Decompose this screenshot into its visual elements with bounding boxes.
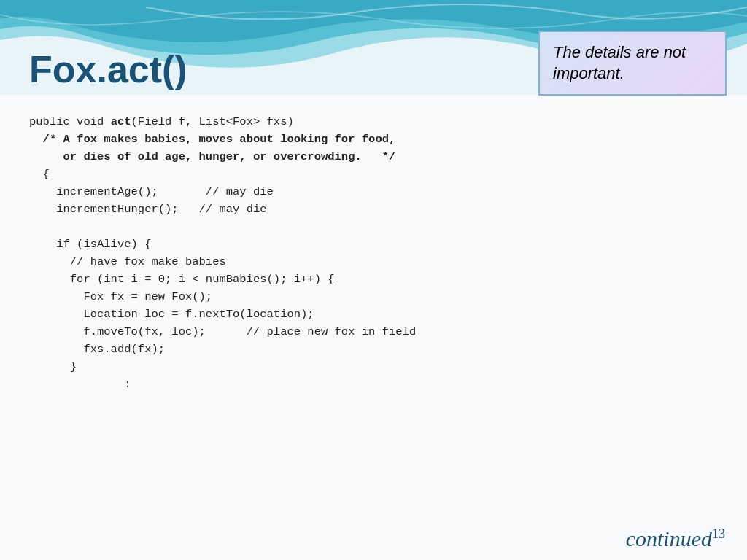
code-fox-line: Fox fx = new Fox(); xyxy=(29,288,718,306)
code-comment-babies: // have fox make babies xyxy=(29,253,718,271)
code-colon: : xyxy=(29,376,718,393)
slide-content: Fox.act() The details are not important.… xyxy=(0,0,747,560)
footer-continued: continued13 xyxy=(626,526,725,551)
slide-title: Fox.act() xyxy=(29,47,187,91)
code-line-1: public void act(Field f, List<Fox> fxs) xyxy=(29,113,718,131)
code-blank-1 xyxy=(29,218,718,236)
page-number: 13 xyxy=(712,526,725,541)
code-increment-hunger: incrementHunger(); // may die xyxy=(29,201,718,218)
code-location-line: Location loc = f.nextTo(location); xyxy=(29,306,718,323)
continued-text: continued xyxy=(626,526,712,551)
code-moveto-line: f.moveTo(fx, loc); // place new fox in f… xyxy=(29,323,718,341)
code-area: public void act(Field f, List<Fox> fxs) … xyxy=(29,113,718,393)
code-if-line: if (isAlive) { xyxy=(29,236,718,253)
code-normal: public void xyxy=(29,115,111,128)
code-close-for: } xyxy=(29,358,718,376)
callout-box: The details are not important. xyxy=(538,31,727,96)
code-increment-age: incrementAge(); // may die xyxy=(29,183,718,201)
code-comment-2: or dies of old age, hunger, or overcrowd… xyxy=(29,148,718,166)
code-brace-open: { xyxy=(29,166,718,183)
callout-text: The details are not important. xyxy=(553,43,686,82)
code-fxs-line: fxs.add(fx); xyxy=(29,341,718,358)
code-params: (Field f, List<Fox> fxs) xyxy=(131,115,294,128)
code-for-line: for (int i = 0; i < numBabies(); i++) { xyxy=(29,271,718,288)
code-act-keyword: act xyxy=(111,115,131,128)
code-comment-1: /* A fox makes babies, moves about looki… xyxy=(29,131,718,148)
